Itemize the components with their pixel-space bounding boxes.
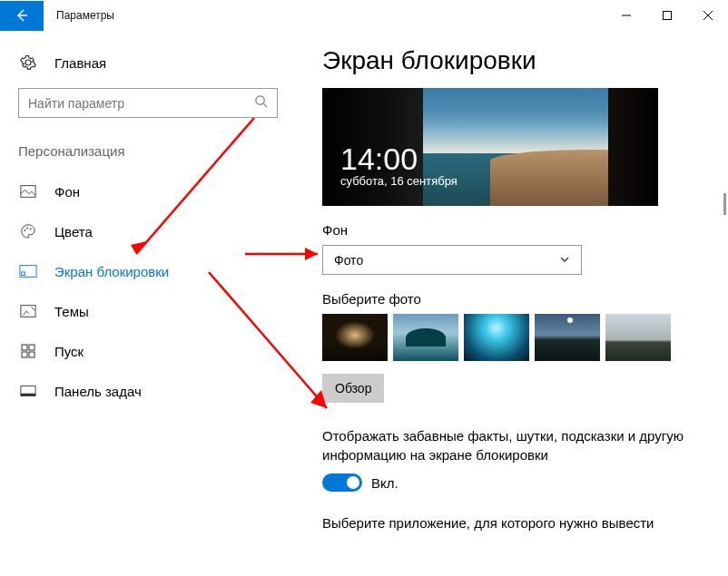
sidebar-home[interactable]: Главная [18,46,277,79]
svg-point-1 [256,96,264,104]
photo-thumb-2[interactable] [393,314,458,361]
scrollbar-thumb[interactable] [723,193,726,215]
photo-thumb-4[interactable] [535,314,600,361]
sidebar-item-background[interactable]: Фон [18,171,277,211]
back-button[interactable] [0,1,44,31]
lockscreen-preview: 14:00 суббота, 16 сентября [322,88,658,206]
sidebar-item-label: Фон [54,184,80,200]
choose-app-label: Выберите приложение, для которого нужно … [322,515,685,531]
close-button[interactable] [687,1,728,31]
gear-icon [18,54,38,71]
sidebar-item-themes[interactable]: Темы [18,291,277,331]
title-bar: Параметры [0,0,728,30]
sidebar-home-label: Главная [54,55,106,71]
search-icon [254,94,268,112]
toggle-label: Вкл. [371,475,398,491]
maximize-button[interactable] [646,1,687,31]
svg-rect-10 [29,345,34,350]
sidebar-item-label: Пуск [54,344,84,359]
svg-rect-0 [663,12,671,20]
svg-point-5 [30,228,32,229]
svg-rect-8 [21,306,35,317]
themes-icon [18,304,38,318]
svg-rect-9 [22,345,27,350]
svg-rect-12 [29,352,34,357]
svg-rect-11 [22,352,27,357]
svg-point-4 [26,228,28,229]
chevron-down-icon [559,253,570,268]
preview-time: 14:00 [340,143,457,174]
sidebar-item-label: Цвета [54,224,93,239]
sidebar: Главная Персонализация Фон Цвета Экран б… [0,30,295,576]
svg-rect-14 [21,394,35,396]
lockscreen-icon [18,264,38,278]
start-icon [18,344,38,358]
sidebar-item-label: Панель задач [54,384,142,399]
palette-icon [18,223,38,239]
search-box[interactable] [18,88,278,118]
svg-point-3 [25,229,26,231]
sidebar-item-lockscreen[interactable]: Экран блокировки [18,251,277,291]
background-dropdown[interactable]: Фото [322,245,582,275]
preview-date: суббота, 16 сентября [340,174,457,188]
sidebar-group-title: Персонализация [18,143,277,159]
photo-thumb-5[interactable] [605,314,671,361]
browse-button[interactable]: Обзор [322,374,384,403]
photo-thumb-1[interactable] [322,314,388,361]
arrow-left-icon [15,8,29,23]
window-controls [605,1,728,31]
taskbar-icon [18,385,38,397]
sidebar-item-taskbar[interactable]: Панель задач [18,371,277,411]
window-title: Параметры [56,9,605,22]
picture-icon [18,184,38,199]
sidebar-item-start[interactable]: Пуск [18,331,277,371]
fun-facts-label: Отображать забавные факты, шутки, подска… [322,426,685,464]
sidebar-item-label: Темы [54,304,89,319]
sidebar-item-colors[interactable]: Цвета [18,211,277,251]
search-input[interactable] [28,96,254,111]
photo-thumb-3[interactable] [464,314,529,361]
sidebar-item-label: Экран блокировки [54,264,169,279]
page-title: Экран блокировки [322,46,728,75]
choose-photo-label: Выберите фото [322,291,728,307]
photo-thumbnails [322,314,728,361]
fun-facts-toggle[interactable] [322,473,362,492]
svg-rect-7 [22,272,25,276]
main-content: Экран блокировки 14:00 суббота, 16 сентя… [295,30,728,576]
minimize-button[interactable] [605,1,646,31]
dropdown-value: Фото [334,253,363,268]
background-label: Фон [322,222,728,238]
